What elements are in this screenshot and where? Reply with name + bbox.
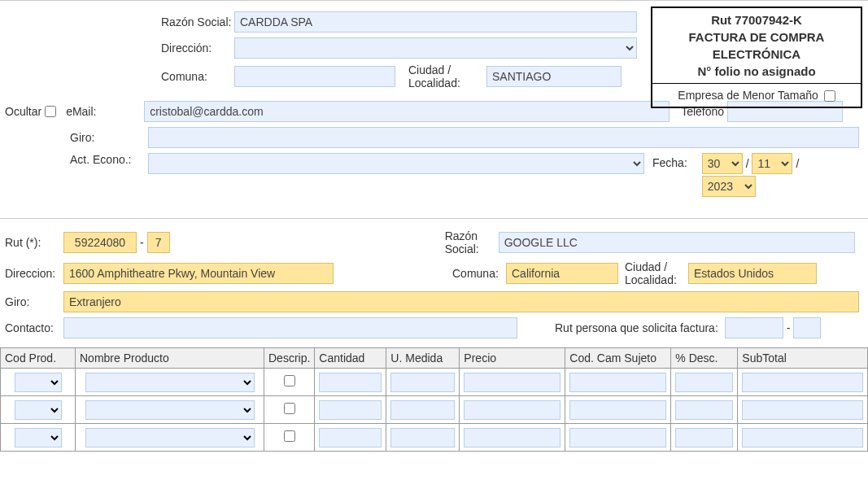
- th-nombre: Nombre Producto: [76, 348, 264, 369]
- buyer-rut-2-input[interactable]: [147, 232, 170, 253]
- th-descrip: Descrip.: [264, 348, 315, 369]
- fiscal-title-1: FACTURA DE COMPRA: [652, 30, 861, 47]
- row-cantidad-input[interactable]: [319, 373, 382, 392]
- table-row: [1, 396, 868, 424]
- row-umedida-input[interactable]: [390, 428, 455, 448]
- buyer-ciudad-input[interactable]: [688, 263, 817, 284]
- act-econ-label: Act. Econo.:: [70, 153, 148, 166]
- buyer-razon-label: Razón Social:: [445, 229, 499, 255]
- row-cod-select[interactable]: [15, 400, 62, 420]
- buyer-rut-persona-1-input[interactable]: [725, 317, 783, 338]
- row-codsujeto-input[interactable]: [569, 373, 666, 392]
- ciudad-label: Ciudad / Localidad:: [408, 63, 486, 90]
- row-descrip-checkbox[interactable]: [284, 403, 295, 414]
- row-desc-input[interactable]: [675, 400, 733, 420]
- buyer-direccion-input[interactable]: [63, 263, 334, 284]
- email-label: eMail:: [66, 105, 144, 118]
- buyer-rut-label: Rut (*):: [5, 236, 63, 249]
- ciudad-input[interactable]: [486, 66, 622, 87]
- row-cod-select[interactable]: [15, 373, 62, 392]
- direccion-label: Dirección:: [161, 41, 234, 55]
- fecha-anio-select[interactable]: 2023: [702, 176, 756, 197]
- row-precio-input[interactable]: [464, 428, 560, 448]
- fiscal-title-2: ELECTRÓNICA: [652, 47, 861, 64]
- row-desc-input[interactable]: [675, 373, 733, 392]
- fiscal-box: Rut 77007942-K FACTURA DE COMPRA ELECTRÓ…: [651, 7, 862, 108]
- th-cantidad: Cantidad: [315, 348, 386, 369]
- buyer-comuna-label: Comuna:: [452, 267, 506, 280]
- direccion-select[interactable]: [234, 37, 637, 59]
- th-subtotal: SubTotal: [738, 348, 868, 369]
- buyer-contacto-input[interactable]: [63, 317, 517, 338]
- th-umedida: U. Medida: [386, 348, 460, 369]
- fiscal-smallbiz-checkbox[interactable]: [824, 90, 835, 102]
- row-subtotal-input[interactable]: [742, 428, 863, 448]
- buyer-razon-input[interactable]: [499, 232, 855, 253]
- ocultar-checkbox[interactable]: [45, 106, 56, 117]
- row-subtotal-input[interactable]: [742, 400, 863, 420]
- buyer-giro-input[interactable]: [63, 291, 859, 312]
- row-descrip-checkbox[interactable]: [284, 375, 295, 386]
- row-umedida-input[interactable]: [390, 400, 455, 420]
- fecha-slash-1: /: [746, 157, 749, 170]
- fecha-mes-select[interactable]: 11: [752, 153, 792, 174]
- fecha-slash-2: /: [796, 157, 799, 170]
- buyer-giro-label: Giro:: [5, 295, 63, 308]
- comuna-input[interactable]: [234, 66, 395, 87]
- buyer-direccion-label: Direccion:: [5, 267, 63, 280]
- row-codsujeto-input[interactable]: [569, 428, 666, 448]
- row-precio-input[interactable]: [464, 400, 560, 420]
- buyer-comuna-input[interactable]: [506, 263, 618, 284]
- buyer-rut-persona-2-input[interactable]: [793, 317, 821, 338]
- ocultar-label: Ocultar: [5, 105, 41, 118]
- row-subtotal-input[interactable]: [742, 373, 863, 392]
- buyer-contacto-label: Contacto:: [5, 321, 63, 334]
- comuna-label: Comuna:: [161, 70, 234, 83]
- buyer-ciudad-label: Ciudad / Localidad:: [625, 260, 688, 286]
- fiscal-folio: N° folio no asignado: [652, 64, 861, 83]
- row-desc-input[interactable]: [675, 428, 733, 448]
- row-cod-select[interactable]: [15, 428, 62, 448]
- row-cantidad-input[interactable]: [319, 400, 382, 420]
- row-cantidad-input[interactable]: [319, 428, 382, 448]
- row-precio-input[interactable]: [464, 373, 560, 392]
- row-descrip-checkbox[interactable]: [284, 430, 295, 442]
- th-precio: Precio: [460, 348, 565, 369]
- th-codsujeto: Cod. Cam Sujeto: [565, 348, 671, 369]
- email-input[interactable]: [144, 101, 670, 122]
- table-row: [1, 369, 868, 396]
- buyer-rut-persona-label: Rut persona que solicita factura:: [555, 321, 718, 334]
- razon-social-input[interactable]: [234, 11, 637, 33]
- th-desc: % Desc.: [671, 348, 738, 369]
- row-nombre-select[interactable]: [85, 428, 255, 448]
- products-table: Cod Prod. Nombre Producto Descrip. Canti…: [0, 347, 868, 452]
- row-umedida-input[interactable]: [390, 373, 455, 392]
- th-cod-prod: Cod Prod.: [1, 348, 76, 369]
- buyer-rut-dash: -: [140, 236, 144, 249]
- row-codsujeto-input[interactable]: [569, 400, 666, 420]
- fiscal-smallbiz-label: Empresa de Menor Tamaño: [678, 89, 818, 102]
- table-row: [1, 424, 868, 452]
- fecha-label: Fecha:: [652, 156, 687, 169]
- row-nombre-select[interactable]: [85, 373, 255, 392]
- fecha-dia-select[interactable]: 30: [702, 153, 743, 174]
- buyer-rut-1-input[interactable]: [63, 232, 137, 253]
- razon-social-label: Razón Social:: [161, 15, 234, 28]
- giro-label: Giro:: [70, 131, 148, 144]
- act-econ-select[interactable]: [148, 153, 644, 174]
- fiscal-rut: Rut 77007942-K: [652, 8, 861, 30]
- giro-input[interactable]: [148, 127, 859, 148]
- buyer-rut-persona-dash: -: [787, 321, 791, 334]
- row-nombre-select[interactable]: [85, 400, 255, 420]
